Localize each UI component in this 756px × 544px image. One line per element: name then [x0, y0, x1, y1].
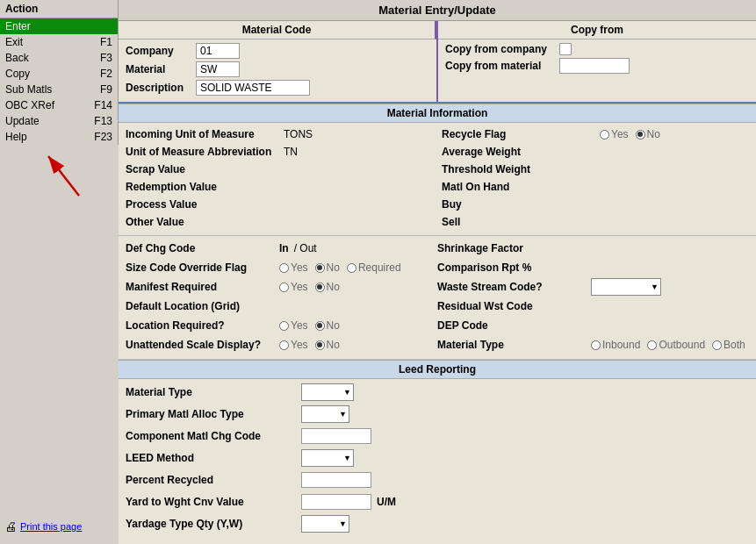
- component-matl-chg-input[interactable]: [301, 428, 371, 444]
- manifest-no-radio[interactable]: [315, 283, 325, 292]
- leed-method-row: LEED Method ▼: [126, 448, 749, 468]
- dep-code-row: DEP Code: [437, 317, 749, 334]
- yardage-type-qty-select[interactable]: [301, 515, 349, 533]
- yardage-type-qty-label: Yardage Type Qty (Y,W): [126, 518, 301, 530]
- company-label: Company: [126, 45, 196, 57]
- component-matl-chg-row: Component Matl Chg Code: [126, 426, 749, 446]
- leed-method-select-wrapper[interactable]: ▼: [301, 449, 354, 467]
- location-no-option[interactable]: No: [315, 319, 340, 332]
- unattended-yes-label: Yes: [291, 339, 308, 351]
- sidebar-item-update[interactable]: Update F13: [0, 113, 118, 129]
- incoming-uom-row: Incoming Unit of Measure TONS: [126, 126, 433, 142]
- dep-code-label: DEP Code: [437, 319, 591, 332]
- manifest-yes-radio[interactable]: [279, 283, 289, 292]
- size-required-radio[interactable]: [347, 263, 356, 273]
- description-label: Description: [126, 82, 196, 94]
- unattended-no-option[interactable]: No: [315, 339, 340, 351]
- size-code-row: Size Code Override Flag Yes No: [126, 259, 437, 276]
- percent-recycled-input[interactable]: [301, 472, 371, 488]
- copy-from-panel: Copy from Copy from company Copy from ma…: [436, 21, 756, 102]
- copy-company-checkbox[interactable]: [559, 43, 572, 55]
- size-no-label: No: [327, 261, 340, 274]
- waste-stream-select-wrapper[interactable]: ▼: [591, 278, 661, 296]
- sidebar-item-exit[interactable]: Exit F1: [0, 34, 118, 50]
- copy-material-label: Copy from material: [445, 60, 559, 72]
- material-type-both-option[interactable]: Both: [712, 339, 745, 351]
- location-radios: Yes No: [279, 319, 340, 332]
- shrinkage-factor-row: Shrinkage Factor: [437, 240, 749, 257]
- um-label: U/M: [377, 496, 396, 508]
- unattended-yes-option[interactable]: Yes: [279, 339, 308, 351]
- mat-info-right: Recycle Flag Yes No: [442, 126, 749, 232]
- recycle-yes-radio[interactable]: [600, 130, 609, 140]
- material-type-outbound-option[interactable]: Outbound: [647, 339, 705, 351]
- arrow-annotation: [44, 147, 92, 207]
- yardage-type-qty-select-wrapper[interactable]: ▼: [301, 515, 349, 533]
- size-no-option[interactable]: No: [315, 261, 340, 274]
- location-yes-radio[interactable]: [279, 321, 289, 331]
- uom-abbrev-row: Unit of Measure Abbreviation TN: [126, 144, 433, 160]
- sidebar-item-back[interactable]: Back F3: [0, 50, 118, 66]
- recycle-no-radio[interactable]: [636, 130, 645, 140]
- sidebar-item-obc-xref[interactable]: OBC XRef F14: [0, 97, 118, 113]
- leed-material-type-select-wrapper[interactable]: ▼: [301, 383, 354, 401]
- company-value[interactable]: 01: [196, 43, 240, 59]
- leed-material-type-select[interactable]: [301, 383, 354, 401]
- location-required-row: Location Required? Yes No: [126, 317, 437, 334]
- details-right: Shrinkage Factor Comparison Rpt % Waste …: [437, 240, 749, 355]
- print-page-link[interactable]: 🖨 Print this page: [4, 519, 82, 533]
- printer-icon: 🖨: [4, 519, 17, 533]
- location-no-radio[interactable]: [315, 321, 325, 331]
- header-section: Material Code Company 01 Material SW Des…: [119, 21, 756, 104]
- material-type-both-radio[interactable]: [712, 340, 722, 350]
- copy-from-title: Copy from: [438, 21, 756, 39]
- leed-method-select[interactable]: [301, 449, 354, 467]
- recycle-yes-option[interactable]: Yes: [600, 128, 629, 140]
- material-type-inbound-radio[interactable]: [591, 340, 601, 350]
- buy-label: Buy: [442, 198, 600, 211]
- sidebar-item-enter[interactable]: Enter: [0, 18, 118, 34]
- material-type-inbound-option[interactable]: Inbound: [591, 339, 640, 351]
- percent-recycled-label: Percent Recycled: [126, 474, 301, 486]
- primary-matl-alloc-select[interactable]: [301, 405, 349, 423]
- sidebar-item-sub-matls[interactable]: Sub Matls F9: [0, 82, 118, 97]
- in-out-divider: / Out: [294, 242, 317, 254]
- material-value[interactable]: SW: [196, 61, 240, 77]
- yard-to-wght-input[interactable]: [301, 494, 371, 510]
- size-yes-radio[interactable]: [279, 263, 289, 273]
- incoming-uom-label: Incoming Unit of Measure: [126, 128, 284, 140]
- incoming-uom-value: TONS: [284, 128, 313, 140]
- uom-abbrev-label: Unit of Measure Abbreviation: [126, 146, 284, 158]
- uom-abbrev-value: TN: [284, 146, 298, 158]
- threshold-weight-label: Threshold Weight: [442, 163, 600, 175]
- scrap-value-label: Scrap Value: [126, 163, 284, 175]
- size-required-option[interactable]: Required: [347, 261, 401, 274]
- main-content: Material Entry/Update Material Code Comp…: [119, 0, 756, 544]
- copy-company-row: Copy from company: [445, 43, 749, 55]
- other-value-row: Other Value: [126, 214, 433, 230]
- material-type-outbound-radio[interactable]: [647, 340, 657, 350]
- material-type-outbound-label: Outbound: [659, 339, 705, 351]
- size-yes-option[interactable]: Yes: [279, 261, 308, 274]
- sidebar-item-copy[interactable]: Copy F2: [0, 66, 118, 82]
- recycle-no-option[interactable]: No: [636, 128, 660, 140]
- unattended-yes-radio[interactable]: [279, 340, 289, 350]
- primary-matl-alloc-select-wrapper[interactable]: ▼: [301, 405, 349, 423]
- location-yes-option[interactable]: Yes: [279, 319, 308, 332]
- residual-wst-label: Residual Wst Code: [437, 300, 591, 312]
- manifest-no-option[interactable]: No: [315, 281, 340, 293]
- copy-material-field[interactable]: [559, 58, 630, 74]
- description-value[interactable]: SOLID WASTE: [196, 80, 310, 96]
- mat-info-left: Incoming Unit of Measure TONS Unit of Me…: [126, 126, 442, 232]
- process-value-label: Process Value: [126, 198, 284, 211]
- waste-stream-select[interactable]: [591, 278, 661, 296]
- recycle-flag-row: Recycle Flag Yes No: [442, 126, 749, 142]
- location-no-label: No: [327, 319, 340, 332]
- waste-stream-label: Waste Stream Code?: [437, 281, 591, 293]
- sidebar-item-help[interactable]: Help F23: [0, 129, 118, 145]
- waste-stream-row: Waste Stream Code? ▼: [437, 278, 749, 296]
- size-no-radio[interactable]: [315, 263, 325, 273]
- manifest-yes-option[interactable]: Yes: [279, 281, 308, 293]
- shrinkage-factor-label: Shrinkage Factor: [437, 242, 591, 254]
- unattended-no-radio[interactable]: [315, 340, 325, 350]
